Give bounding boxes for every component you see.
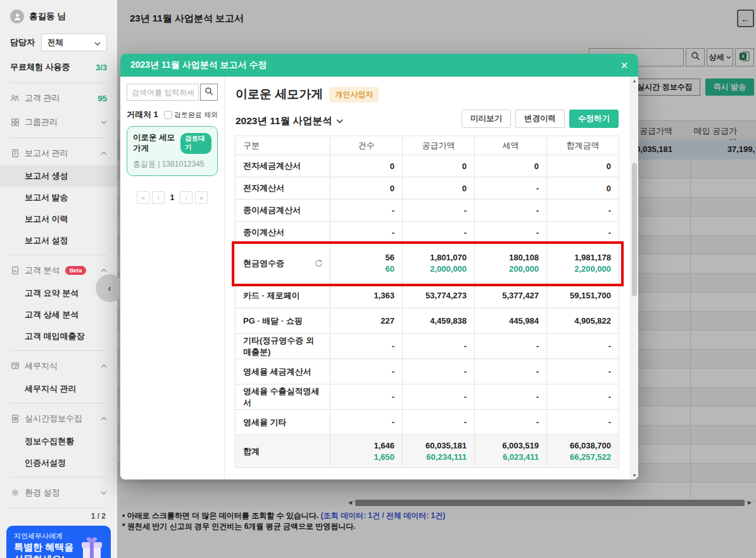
exclude-reviewed-checkbox[interactable]: 검토완료 제외 <box>164 110 218 120</box>
sidebar-item-그룹관리[interactable]: 그룹관리 <box>0 110 117 134</box>
sidebar-subitem-보고서 생성[interactable]: 보고서 생성 <box>0 165 117 187</box>
scroll-down-icon[interactable]: ▼ <box>631 473 638 478</box>
preview-button[interactable]: 미리보기 <box>462 110 511 128</box>
divider <box>10 137 107 138</box>
client-search-button[interactable] <box>200 84 218 101</box>
user-profile[interactable]: 홍길동 님 <box>0 0 117 29</box>
row-label: 전자계산서 <box>236 177 331 200</box>
row-value: - <box>331 200 403 222</box>
table-row-카드 · 제로페이: 카드 · 제로페이1,36353,774,2735,377,42759,151,… <box>236 283 619 308</box>
chevron-up-icon <box>101 364 107 368</box>
edit-report-modal: 2023년 11월 사업분석 보고서 수정 × 거래처 1 검토완료 제외 <box>120 54 638 479</box>
modal-title: 2023년 11월 사업분석 보고서 수정 <box>130 60 267 71</box>
gift-icon <box>78 533 106 558</box>
client-card[interactable]: 이로운 세모가게 검토대기 홍길동 | 1381012345 <box>127 126 218 176</box>
client-owner: 홍길동 | 1381012345 <box>133 159 211 170</box>
vertical-scroll-thumb[interactable] <box>632 163 637 296</box>
row-value: - <box>475 410 547 435</box>
scroll-up-icon[interactable]: ▲ <box>631 79 638 83</box>
client-name: 이로운 세모가게 <box>133 132 180 154</box>
sidebar-item-실시간정보수집[interactable]: 실시간정보수집 <box>0 407 117 431</box>
row-value: - <box>403 222 475 244</box>
row-value: 445,984 <box>475 308 547 334</box>
promo-banner[interactable]: 지인세무사에게 특별한 혜택을 선물하세요! <box>6 526 111 558</box>
row-value: - <box>403 410 475 435</box>
divider <box>10 82 107 83</box>
row-value: 4,905,822 <box>547 308 619 334</box>
sidebar-item-고객 관리[interactable]: 고객 관리95 <box>0 86 117 110</box>
table-row-합계: 합계1,6461,65060,035,18160,234,1116,003,51… <box>236 435 619 468</box>
page-first-button[interactable]: « <box>137 191 149 204</box>
row-value: 6,003,5196,023,411 <box>475 435 547 468</box>
row-value: 0 <box>547 155 619 177</box>
divider <box>10 508 107 509</box>
clients-count-label: 거래처 1 <box>127 109 158 120</box>
review-status-badge: 검토대기 <box>180 133 211 154</box>
row-value: 227 <box>331 308 403 334</box>
sidebar-subitem-인증서설정[interactable]: 인증서설정 <box>0 452 117 474</box>
row-value: 1,6461,650 <box>331 435 403 468</box>
row-label: 카드 · 제로페이 <box>236 283 331 308</box>
sidebar-item-환경 설정[interactable]: 환경 설정 <box>0 481 117 505</box>
row-value: - <box>331 410 403 435</box>
row-value: 1,801,0702,000,000 <box>403 244 475 283</box>
row-value: 0 <box>403 177 475 200</box>
row-label: 종이계산서 <box>236 222 331 244</box>
manager-select-value: 전체 <box>47 37 63 48</box>
sidebar-subitem-정보수집현황[interactable]: 정보수집현황 <box>0 431 117 452</box>
change-history-button[interactable]: 변경이력 <box>515 110 565 128</box>
undo-icon[interactable] <box>314 258 324 268</box>
report-icon <box>10 149 20 158</box>
sidebar-subitem-세무지식 관리[interactable]: 세무지식 관리 <box>0 378 117 400</box>
sidebar-subitem-고객 매입매출장[interactable]: 고객 매입매출장 <box>0 326 117 347</box>
row-label: 기타(정규영수증 외 매출분) <box>236 334 331 359</box>
current-page: 1 <box>167 193 177 202</box>
manager-label: 담당자 <box>10 37 35 48</box>
manager-select[interactable]: 전체 <box>41 34 107 51</box>
collect-icon <box>10 414 20 423</box>
sidebar-subitem-보고서 설정[interactable]: 보고서 설정 <box>0 230 117 251</box>
row-label: 전자세금계산서 <box>236 155 331 177</box>
report-period-label: 2023년 11월 사업분석 <box>236 115 332 128</box>
sidebar-item-보고서 관리[interactable]: 보고서 관리 <box>0 141 117 165</box>
chevron-down-icon <box>336 119 343 124</box>
report-period-select[interactable]: 2023년 11월 사업분석 <box>236 115 343 128</box>
users-icon <box>10 94 20 103</box>
app-root: 홍길동 님 담당자 전체 무료체험 사용중 3/3 고객 관리95그룹관리보고서… <box>0 0 756 558</box>
sidebar-collapse-button[interactable]: ‹ <box>96 274 123 302</box>
sidebar-subitem-고객 상세 분석[interactable]: 고객 상세 분석 <box>0 304 117 326</box>
chevron-up-icon <box>101 417 107 421</box>
row-value: - <box>547 410 619 435</box>
table-row-종이세금계산서: 종이세금계산서---- <box>236 200 619 222</box>
row-label: 현금영수증 <box>236 244 331 283</box>
sidebar-subitem-보고서 발송[interactable]: 보고서 발송 <box>0 187 117 208</box>
table-header-세액: 세액 <box>475 136 547 155</box>
row-value: - <box>547 359 619 384</box>
page-last-button[interactable]: » <box>195 191 208 204</box>
checkbox-icon <box>164 111 172 119</box>
row-value: - <box>547 222 619 244</box>
row-value: 0 <box>475 155 547 177</box>
sidebar-subitem-보고서 이력[interactable]: 보고서 이력 <box>0 208 117 230</box>
close-icon[interactable]: × <box>621 59 628 72</box>
row-label: PG · 배달 · 쇼핑 <box>236 308 331 334</box>
client-search-input[interactable] <box>127 84 199 101</box>
table-row-PG · 배달 · 쇼핑: PG · 배달 · 쇼핑2274,459,838445,9844,905,822 <box>236 308 619 334</box>
modal-header: 2023년 11월 사업분석 보고서 수정 × <box>120 54 638 77</box>
row-value: 1,981,1782,200,000 <box>547 244 619 283</box>
row-value: - <box>547 384 619 410</box>
page-next-button[interactable]: › <box>180 191 192 204</box>
sidebar-item-세무지식[interactable]: 세무지식 <box>0 354 117 378</box>
row-value: - <box>475 177 547 200</box>
table-row-영세율 기타: 영세율 기타---- <box>236 410 619 435</box>
group-icon <box>10 118 20 127</box>
edit-button[interactable]: 수정하기 <box>569 110 619 128</box>
table-row-영세율 수출실적명세서: 영세율 수출실적명세서---- <box>236 384 619 410</box>
page-prev-button[interactable]: ‹ <box>152 191 165 204</box>
sidebar-menu: 고객 관리95그룹관리보고서 관리보고서 생성보고서 발송보고서 이력보고서 설… <box>0 86 117 512</box>
book-icon <box>10 362 20 371</box>
table-header-합계금액: 합계금액 <box>547 136 619 155</box>
chart-icon <box>10 266 20 275</box>
table-row-기타(정규영수증 외 매출분): 기타(정규영수증 외 매출분)---- <box>236 334 619 359</box>
analysis-table: 구분건수공급가액세액합계금액 전자세금계산서0000전자계산서00-0종이세금계… <box>235 136 619 468</box>
